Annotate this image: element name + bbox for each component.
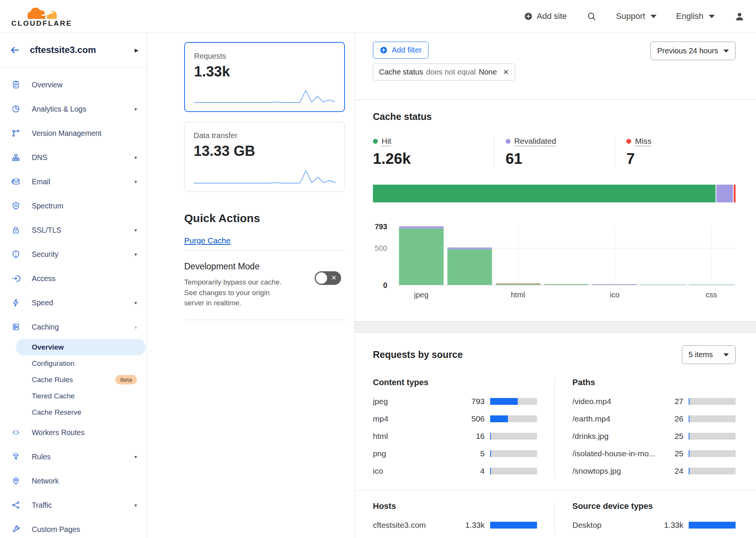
progress-bar [490,415,537,422]
chart-bar-slot-3[interactable] [542,227,591,285]
language-menu[interactable]: English [676,11,715,21]
chart-bar-jpeg[interactable] [397,227,446,285]
stat-miss[interactable]: Miss 7 [615,137,736,167]
traffic-icon [11,501,20,510]
support-menu[interactable]: Support [616,11,657,21]
list-item[interactable]: Desktop1.33k [573,516,736,534]
list-item-label: ico [373,466,463,476]
list-item-label: /video.mp4 [573,397,662,406]
panel-gap [355,322,756,332]
sidebar-item-label: Email [32,177,134,186]
chart-bar-html[interactable] [494,227,542,285]
sidebar-item-label: Cache Rules [32,376,110,384]
stat-hit[interactable]: Hit 1.26k [373,137,494,167]
analytics-panel: Add filter Cache status does not equal N… [355,33,756,538]
site-header: cftestsite3.com ▸ [0,33,147,67]
requests-metric-card[interactable]: Requests 1.33k [184,42,345,112]
sidebar-item-speed[interactable]: Speed▾ [0,291,147,315]
chart-bar-ico[interactable] [590,227,639,285]
sidebar-item-version-management[interactable]: Version Management [0,121,147,145]
list-item[interactable]: /isolated-house-in-mo...25 [573,445,736,462]
stat-miss-value: 7 [626,150,736,167]
sidebar-item-label: Tiered Cache [32,392,137,400]
stacked-segment-miss[interactable] [734,185,736,202]
sidebar-item-caching[interactable]: Caching▴ [0,315,147,339]
purge-cache-link[interactable]: Purge Cache [184,236,231,245]
chevron-down-icon [709,15,715,18]
remove-filter-icon[interactable]: ✕ [503,68,509,76]
list-item[interactable]: mp4506 [373,410,537,428]
content-types-title: Content types [373,378,537,387]
chevron-right-icon[interactable]: ▸ [135,45,138,54]
sidebar-item-spectrum[interactable]: Spectrum [0,194,147,218]
sidebar-item-cache-rules[interactable]: Cache RulesBeta [0,372,147,388]
user-icon [734,11,745,22]
sidebar-item-access[interactable]: Access [0,266,147,291]
sidebar-item-workers-routes[interactable]: Workers Routes [0,420,147,445]
search-icon [587,11,596,21]
stat-revalidated[interactable]: Revalidated 61 [494,137,615,167]
sidebar-item-tiered-cache[interactable]: Tiered Cache [0,388,147,404]
hosts-list: cftestsite3.com1.33k [373,516,537,534]
cloudflare-logo-text: CLOUDFLARE [11,19,72,28]
list-item[interactable]: /earth.mp426 [573,410,736,428]
list-item[interactable]: ico4 [373,462,537,480]
search-button[interactable] [587,11,596,21]
stacked-segment-hit[interactable] [373,185,716,202]
sidebar-item-email[interactable]: Email▾ [0,169,147,194]
stacked-segment-revalidated[interactable] [716,185,733,202]
sidebar-item-overview[interactable]: Overview [0,73,147,97]
chevron-down-icon [723,50,729,53]
account-menu[interactable] [734,11,745,22]
list-item[interactable]: cftestsite3.com1.33k [373,516,537,534]
sidebar-item-configuration[interactable]: Configuration [0,355,147,372]
cache-icon [11,322,20,331]
data-transfer-metric-card[interactable]: Data transfer 13.33 GB [184,122,345,192]
list-item[interactable]: html16 [373,428,537,445]
progress-bar [689,468,736,474]
chart-bar-slot-1[interactable] [446,227,494,285]
list-item[interactable]: /drinks.jpg25 [573,428,736,445]
cache-status-stacked-bar [373,185,736,202]
filter-chip[interactable]: Cache status does not equal None ✕ [373,64,515,81]
time-range-select[interactable]: Previous 24 hours [650,42,736,60]
cloudflare-logo[interactable]: CLOUDFLARE [11,5,72,28]
back-arrow-icon[interactable] [10,45,20,55]
sidebar-item-traffic[interactable]: Traffic▾ [0,493,147,517]
chart-bar-slot-5[interactable] [639,227,687,285]
sidebar-item-ssl-tls[interactable]: SSL/TLS▾ [0,218,147,242]
list-item[interactable]: /snowtops.jpg24 [573,462,736,480]
sidebar-item-overview[interactable]: Overview [16,339,146,355]
paths-title: Paths [573,378,736,387]
filter-chip-operator: does not equal [426,68,476,76]
code-icon [11,428,20,437]
add-site-button[interactable]: Add site [524,11,567,21]
add-filter-button[interactable]: Add filter [373,42,428,59]
items-count-select[interactable]: 5 items [682,345,736,364]
sidebar-item-label: DNS [32,153,134,162]
list-item-value: 1.33k [661,521,683,530]
y-tick-label: 0 [383,281,387,290]
sidebar-item-custom-pages[interactable]: Custom Pages [0,517,147,538]
sidebar-item-cache-reserve[interactable]: Cache Reserve [0,404,147,420]
stat-hit-label: Hit [382,137,391,146]
list-item[interactable]: jpeg793 [373,393,537,410]
sidebar-item-security[interactable]: Security▾ [0,242,147,266]
list-item[interactable]: /video.mp427 [573,393,736,410]
sidebar-item-rules[interactable]: Rules▾ [0,445,147,469]
chart-bar-css[interactable] [687,227,736,285]
development-mode-toggle[interactable]: ✕ [315,271,341,285]
sidebar-item-network[interactable]: Network [0,469,147,493]
miss-dot-icon [626,139,631,144]
sidebar-item-label: Network [32,477,137,485]
sidebar-item-dns[interactable]: DNS▾ [0,145,147,169]
bolt-icon [11,298,20,307]
sidebar-item-analytics-logs[interactable]: Analytics & Logs▾ [0,97,147,121]
version-icon [11,129,20,138]
language-label: English [676,11,703,21]
progress-bar [490,522,537,529]
cache-status-bar-chart: 7935000 jpeghtmlicocss [373,227,736,299]
bar-segment-hit [689,285,734,285]
list-item[interactable]: png5 [373,445,537,462]
list-item-label: mp4 [373,414,463,423]
